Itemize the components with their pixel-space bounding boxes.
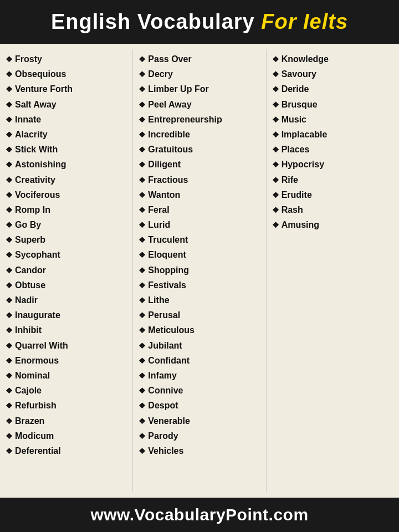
list-item: ❖Confidant — [139, 354, 260, 367]
word-label: Lurid — [148, 218, 170, 231]
diamond-icon: ❖ — [139, 159, 146, 170]
word-label: Inhibit — [15, 324, 42, 336]
diamond-icon: ❖ — [6, 159, 13, 170]
list-item: ❖Sycophant — [6, 248, 127, 261]
word-label: Meticulous — [148, 324, 195, 336]
word-label: Eloquent — [148, 248, 186, 261]
list-item: ❖Brazen — [6, 415, 127, 427]
word-label: Modicum — [15, 429, 54, 442]
diamond-icon: ❖ — [6, 310, 13, 321]
list-item: ❖Jubilant — [139, 339, 260, 352]
diamond-icon: ❖ — [6, 340, 13, 351]
word-label: Nadir — [15, 294, 38, 306]
page-title: English Vocabulary For Ielts — [11, 10, 388, 34]
diamond-icon: ❖ — [272, 144, 279, 155]
word-label: Incredible — [148, 128, 190, 141]
word-label: Pass Over — [148, 53, 191, 65]
word-label: Astonishing — [15, 158, 66, 171]
word-label: Brazen — [15, 415, 44, 427]
diamond-icon: ❖ — [139, 144, 146, 155]
list-item: ❖Gratuitous — [139, 143, 260, 156]
header: English Vocabulary For Ielts — [0, 0, 399, 44]
word-label: Infamy — [148, 369, 177, 382]
word-label: Salt Away — [15, 98, 57, 111]
diamond-icon: ❖ — [6, 385, 13, 396]
list-item: ❖Cajole — [6, 384, 127, 397]
list-item: ❖Modicum — [6, 429, 127, 442]
word-label: Gratuitous — [148, 143, 193, 156]
word-label: Limber Up For — [148, 83, 208, 95]
list-item: ❖Deferential — [6, 444, 127, 457]
list-item: ❖Implacable — [272, 128, 393, 141]
diamond-icon: ❖ — [139, 54, 146, 65]
word-label: Stick With — [15, 143, 58, 156]
list-item: ❖Perusal — [139, 309, 260, 321]
diamond-icon: ❖ — [272, 129, 279, 140]
footer-url: www.VocabularyPoint.com — [11, 505, 388, 524]
list-item: ❖Alacrity — [6, 128, 127, 141]
diamond-icon: ❖ — [139, 310, 146, 321]
diamond-icon: ❖ — [139, 265, 146, 276]
diamond-icon: ❖ — [272, 190, 279, 201]
word-label: Diligent — [148, 158, 181, 171]
word-label: Truculent — [148, 233, 188, 246]
title-yellow: For Ielts — [261, 10, 348, 33]
word-label: Venture Forth — [15, 83, 73, 95]
list-item: ❖Diligent — [139, 158, 260, 171]
list-item: ❖Romp In — [6, 203, 127, 216]
list-item: ❖Rash — [272, 203, 393, 216]
list-item: ❖Infamy — [139, 369, 260, 382]
word-label: Shopping — [148, 264, 189, 277]
list-item: ❖Knowledge — [272, 53, 393, 65]
list-item: ❖Amusing — [272, 218, 393, 231]
diamond-icon: ❖ — [139, 280, 146, 291]
word-label: Inaugurate — [15, 309, 60, 321]
list-item: ❖Meticulous — [139, 324, 260, 336]
word-label: Places — [282, 143, 310, 156]
list-item: ❖Connive — [139, 384, 260, 397]
list-item: ❖Venerable — [139, 415, 260, 427]
list-item: ❖Pass Over — [139, 53, 260, 65]
word-label: Creativity — [15, 173, 55, 186]
list-item: ❖Music — [272, 113, 393, 126]
diamond-icon: ❖ — [139, 385, 146, 396]
diamond-icon: ❖ — [139, 190, 146, 201]
word-label: Romp In — [15, 203, 50, 216]
diamond-icon: ❖ — [139, 249, 146, 260]
list-item: ❖Decry — [139, 68, 260, 80]
list-item: ❖Limber Up For — [139, 83, 260, 95]
diamond-icon: ❖ — [272, 204, 279, 216]
diamond-icon: ❖ — [139, 219, 146, 231]
list-item: ❖Despot — [139, 399, 260, 412]
word-label: Lithe — [148, 294, 169, 306]
diamond-icon: ❖ — [272, 54, 279, 65]
list-item: ❖Festivals — [139, 279, 260, 291]
title-white: English Vocabulary — [51, 10, 261, 33]
word-label: Wanton — [148, 188, 180, 201]
word-label: Feral — [148, 203, 169, 216]
list-item: ❖Eloquent — [139, 248, 260, 261]
list-item: ❖Superb — [6, 233, 127, 246]
word-label: Festivals — [148, 279, 186, 291]
diamond-icon: ❖ — [139, 416, 146, 427]
word-label: Deferential — [15, 444, 61, 457]
word-label: Vehicles — [148, 444, 183, 457]
list-item: ❖Truculent — [139, 233, 260, 246]
list-item: ❖Lurid — [139, 218, 260, 231]
list-item: ❖Brusque — [272, 98, 393, 111]
diamond-icon: ❖ — [6, 249, 13, 260]
footer: www.VocabularyPoint.com — [0, 498, 399, 532]
word-label: Alacrity — [15, 128, 48, 141]
diamond-icon: ❖ — [6, 370, 13, 381]
list-item: ❖Wanton — [139, 188, 260, 201]
diamond-icon: ❖ — [272, 99, 279, 110]
diamond-icon: ❖ — [139, 370, 146, 381]
list-item: ❖Obtuse — [6, 279, 127, 291]
diamond-icon: ❖ — [139, 84, 146, 95]
diamond-icon: ❖ — [139, 114, 146, 125]
word-label: Erudite — [282, 188, 312, 201]
content-area: ❖Frosty❖Obsequious❖Venture Forth❖Salt Aw… — [0, 44, 399, 498]
list-item: ❖Vehicles — [139, 444, 260, 457]
list-item: ❖Frosty — [6, 53, 127, 65]
list-item: ❖Fractious — [139, 173, 260, 186]
